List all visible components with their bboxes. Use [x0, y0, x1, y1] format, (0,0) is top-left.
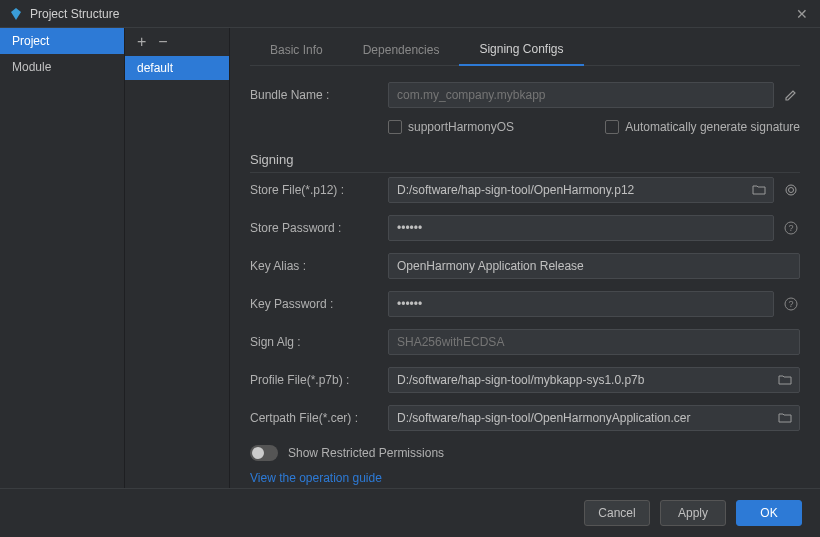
sidebar-left: Project Module — [0, 28, 125, 488]
key-alias-label: Key Alias : — [250, 259, 388, 273]
store-password-input[interactable] — [388, 215, 774, 241]
row-key-password: Key Password : ? — [250, 291, 800, 317]
main-area: Project Module + − default Basic Info De… — [0, 28, 820, 488]
mid-toolbar: + − — [125, 28, 229, 56]
edit-icon[interactable] — [782, 86, 800, 104]
close-icon[interactable]: ✕ — [792, 6, 812, 22]
certpath-file-input[interactable] — [388, 405, 800, 431]
operation-guide-link[interactable]: View the operation guide — [250, 471, 800, 485]
tab-basic-info[interactable]: Basic Info — [250, 35, 343, 65]
ok-button[interactable]: OK — [736, 500, 802, 526]
row-key-alias: Key Alias : — [250, 253, 800, 279]
row-bundle-name: Bundle Name : — [250, 82, 800, 108]
sidebar-mid: + − default — [125, 28, 230, 488]
tab-signing-configs[interactable]: Signing Configs — [459, 34, 583, 66]
tab-dependencies[interactable]: Dependencies — [343, 35, 460, 65]
signing-section-title: Signing — [250, 152, 800, 173]
row-store-password: Store Password : ? — [250, 215, 800, 241]
checkbox-auto-generate[interactable]: Automatically generate signature — [605, 120, 800, 134]
folder-icon[interactable] — [776, 371, 794, 389]
svg-point-1 — [789, 188, 794, 193]
key-password-label: Key Password : — [250, 297, 388, 311]
store-password-label: Store Password : — [250, 221, 388, 235]
add-icon[interactable]: + — [137, 33, 146, 51]
row-checkboxes: supportHarmonyOS Automatically generate … — [250, 120, 800, 134]
bundle-name-label: Bundle Name : — [250, 88, 388, 102]
mid-item-default[interactable]: default — [125, 56, 229, 80]
support-harmony-label: supportHarmonyOS — [408, 120, 514, 134]
fingerprint-icon[interactable] — [782, 181, 800, 199]
footer: Cancel Apply OK — [0, 488, 820, 537]
sign-alg-label: Sign Alg : — [250, 335, 388, 349]
folder-icon[interactable] — [776, 409, 794, 427]
svg-text:?: ? — [788, 223, 793, 233]
key-password-input[interactable] — [388, 291, 774, 317]
folder-icon[interactable] — [750, 181, 768, 199]
apply-button[interactable]: Apply — [660, 500, 726, 526]
sign-alg-input[interactable] — [388, 329, 800, 355]
store-file-label: Store File(*.p12) : — [250, 183, 388, 197]
certpath-file-label: Certpath File(*.cer) : — [250, 411, 388, 425]
show-restricted-label: Show Restricted Permissions — [288, 446, 444, 460]
titlebar: Project Structure ✕ — [0, 0, 820, 28]
profile-file-label: Profile File(*.p7b) : — [250, 373, 388, 387]
sidebar-item-project[interactable]: Project — [0, 28, 124, 54]
cancel-button[interactable]: Cancel — [584, 500, 650, 526]
remove-icon[interactable]: − — [158, 33, 167, 51]
svg-text:?: ? — [788, 299, 793, 309]
profile-file-input[interactable] — [388, 367, 800, 393]
row-show-restricted: Show Restricted Permissions — [250, 445, 800, 461]
app-logo-icon — [8, 6, 24, 22]
show-restricted-toggle[interactable] — [250, 445, 278, 461]
row-certpath-file: Certpath File(*.cer) : — [250, 405, 800, 431]
help-icon[interactable]: ? — [782, 219, 800, 237]
row-store-file: Store File(*.p12) : — [250, 177, 800, 203]
bundle-name-input[interactable] — [388, 82, 774, 108]
row-profile-file: Profile File(*.p7b) : — [250, 367, 800, 393]
row-sign-alg: Sign Alg : — [250, 329, 800, 355]
svg-point-0 — [786, 185, 796, 195]
store-file-input[interactable] — [388, 177, 774, 203]
content-panel: Basic Info Dependencies Signing Configs … — [230, 28, 820, 488]
help-icon[interactable]: ? — [782, 295, 800, 313]
window-title: Project Structure — [30, 7, 792, 21]
tabs: Basic Info Dependencies Signing Configs — [250, 28, 800, 66]
key-alias-input[interactable] — [388, 253, 800, 279]
checkbox-support-harmony[interactable]: supportHarmonyOS — [388, 120, 514, 134]
sidebar-item-module[interactable]: Module — [0, 54, 124, 80]
auto-generate-label: Automatically generate signature — [625, 120, 800, 134]
